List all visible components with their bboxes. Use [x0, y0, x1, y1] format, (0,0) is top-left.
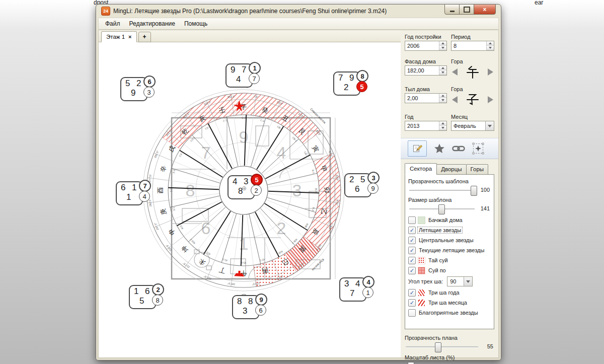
next-mountain-button[interactable]: [488, 68, 493, 76]
star-digit: 7: [350, 288, 354, 299]
checkbox[interactable]: ✓: [408, 267, 416, 274]
checkbox-row[interactable]: ✓Тай суй: [408, 255, 491, 265]
checkbox-row[interactable]: ✓Три ша месяца: [408, 298, 491, 308]
svg-text:В-3: В-3: [312, 207, 316, 211]
star-digit: 5: [139, 296, 144, 306]
template-size-value: 141: [481, 205, 490, 211]
flying-star-box-nw[interactable]: 52963: [120, 77, 147, 101]
flying-star-box-sw[interactable]: 16528: [129, 285, 156, 309]
checkbox-row[interactable]: ✓Три ша года: [408, 287, 491, 298]
edit-tool-button[interactable]: [408, 140, 427, 157]
checkbox-row[interactable]: ✓Текущие летящие звезды: [408, 245, 491, 255]
next-mountain-button[interactable]: [488, 96, 493, 103]
spin-down-button[interactable]: [439, 70, 446, 75]
checkbox-row[interactable]: ✓Летящие звезды: [408, 225, 491, 235]
year-field[interactable]: 2013: [405, 121, 447, 131]
flying-star-box-ne[interactable]: 79285: [333, 71, 360, 96]
checkbox-label: Центральные звезды: [418, 237, 475, 243]
checkbox[interactable]: [408, 309, 416, 317]
menu-help[interactable]: Помощь: [180, 19, 212, 29]
tab-close-icon[interactable]: ×: [128, 34, 131, 40]
minimize-button[interactable]: [444, 4, 460, 15]
spin-up-button[interactable]: [439, 94, 446, 98]
select-template-tool-button[interactable]: [472, 142, 484, 155]
maximize-button[interactable]: [459, 4, 474, 15]
pattern-swatch-green: [418, 216, 425, 224]
build-year-field[interactable]: 2006: [405, 41, 447, 51]
spin-up-button[interactable]: [439, 121, 446, 126]
checkbox-row[interactable]: Бачжай дома: [408, 215, 491, 225]
spin-down-button[interactable]: [487, 46, 494, 50]
title-bar[interactable]: 24 MingLi: Летящие звезды Pro (D:\Lastwo…: [96, 5, 501, 18]
menu-bar: Файл Редактирование Помощь: [98, 18, 499, 30]
annual-star-circle: 5: [251, 174, 263, 186]
star-digit: 6: [355, 184, 359, 194]
flying-star-box-se[interactable]: 34741: [339, 277, 366, 302]
svg-text:187.5°: 187.5°: [227, 282, 235, 286]
facade-field[interactable]: 182,00: [405, 65, 447, 76]
spin-up-button[interactable]: [487, 41, 494, 46]
slider-thumb[interactable]: [471, 186, 477, 196]
flying-star-box-w[interactable]: 61174: [116, 181, 143, 205]
star-digit: 3: [243, 306, 247, 316]
star-tool-button[interactable]: [434, 143, 445, 154]
plan-canvas[interactable]: 94321687子癸丑艮寅甲卯乙辰巽巳丙午丁未坤申庚酉辛戌乾亥壬7.5°22.5…: [99, 42, 401, 357]
spin-up-button[interactable]: [439, 41, 446, 46]
add-floor-tab-button[interactable]: +: [138, 32, 151, 42]
checkbox[interactable]: [408, 216, 416, 224]
template-size-slider[interactable]: 141: [408, 204, 491, 214]
checkbox[interactable]: ✓: [408, 289, 416, 297]
checkbox[interactable]: ✓: [408, 227, 416, 234]
checkbox[interactable]: ✓: [408, 257, 416, 264]
dropdown-arrow-button[interactable]: [485, 121, 494, 130]
checkbox-row[interactable]: Благоприятные звезды: [408, 308, 491, 318]
close-button[interactable]: ×: [474, 4, 496, 15]
slider-thumb[interactable]: [435, 342, 441, 352]
link-tool-button[interactable]: [452, 144, 465, 153]
pencil-icon: [412, 143, 422, 154]
svg-text:寅: 寅: [311, 144, 320, 154]
checkbox-row[interactable]: ✓Суй по: [408, 265, 491, 275]
spin-up-button[interactable]: [439, 66, 446, 70]
tab-sectors[interactable]: Сектора: [405, 163, 437, 175]
sheet-scale-slider[interactable]: 50: [405, 361, 494, 364]
tab-palaces[interactable]: Дворцы: [436, 164, 466, 175]
build-year-value: 2006: [407, 43, 419, 49]
checkbox[interactable]: ✓: [408, 299, 416, 307]
checkbox-label: Тай суй: [427, 257, 449, 263]
annual-star-circle: 2: [152, 283, 164, 296]
checkbox-row[interactable]: ✓Центральные звезды: [408, 235, 491, 245]
prev-mountain-button[interactable]: [452, 96, 458, 103]
template-opacity-label: Прозрачность шаблона: [408, 178, 491, 185]
spin-down-button[interactable]: [439, 98, 446, 103]
star-icon: [434, 143, 445, 154]
svg-text:С-3: С-3: [260, 118, 265, 122]
spin-down-button[interactable]: [439, 126, 446, 130]
slider-thumb[interactable]: [438, 204, 445, 214]
template-opacity-slider[interactable]: 100: [408, 185, 491, 195]
svg-text:Ю-2: Ю-2: [241, 261, 246, 264]
prev-mountain-button[interactable]: [452, 68, 458, 76]
period-field[interactable]: 8: [451, 41, 494, 51]
month-star-circle: 5: [356, 81, 367, 92]
month-dropdown[interactable]: Февраль: [451, 121, 494, 131]
flying-star-box-n[interactable]: 97417: [225, 63, 253, 88]
spinner: [439, 121, 446, 130]
flying-star-box-s[interactable]: 88396: [232, 295, 259, 319]
three-sha-angle-dropdown[interactable]: 90: [447, 276, 473, 286]
back-field[interactable]: 2,00: [405, 93, 447, 103]
spin-down-button[interactable]: [439, 46, 446, 50]
flying-star-box-center[interactable]: 43852⊕: [228, 175, 255, 199]
menu-edit[interactable]: Редактирование: [125, 19, 180, 29]
checkbox[interactable]: ✓: [408, 247, 416, 254]
annual-star-circle: 1: [249, 62, 261, 74]
slider-thumb[interactable]: [408, 362, 414, 364]
svg-text:С-2: С-2: [242, 116, 246, 119]
dropdown-arrow-button[interactable]: [464, 277, 472, 286]
tab-floor-1[interactable]: Этаж 1 ×: [101, 31, 137, 42]
checkbox[interactable]: ✓: [408, 237, 416, 244]
flying-star-box-e[interactable]: 25639: [344, 173, 371, 197]
tab-mountains[interactable]: Горы: [466, 164, 489, 175]
plan-opacity-slider[interactable]: 55: [405, 342, 494, 352]
menu-file[interactable]: Файл: [101, 19, 125, 29]
